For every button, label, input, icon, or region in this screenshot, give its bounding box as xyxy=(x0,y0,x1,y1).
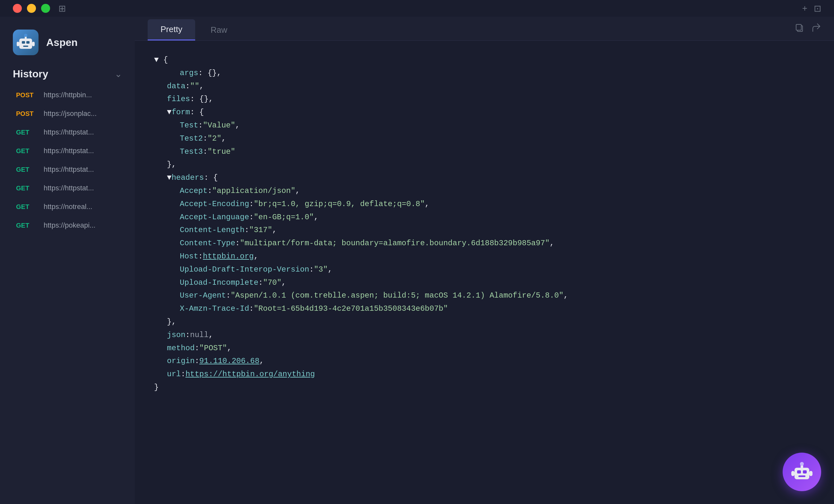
share-button[interactable] xyxy=(811,22,821,35)
svg-point-15 xyxy=(800,462,804,466)
history-list-item[interactable]: GET https://pokeapi... xyxy=(13,217,122,234)
json-line: Accept: "application/json", xyxy=(154,184,815,198)
json-line: Content-Type: "multipart/form-data; boun… xyxy=(154,237,815,250)
json-line: Upload-Incomplete: "70", xyxy=(154,277,815,289)
copy-button[interactable] xyxy=(794,22,805,35)
close-button[interactable] xyxy=(13,4,22,13)
history-list-item[interactable]: GET https://httpstat... xyxy=(13,161,122,178)
window-controls: ⊞ xyxy=(13,3,66,14)
method-badge: GET xyxy=(16,166,39,173)
tab-raw[interactable]: Raw xyxy=(198,19,240,40)
method-badge: GET xyxy=(16,222,39,229)
main-layout: Aspen History ⌄ POST https://httpbin... … xyxy=(0,0,834,504)
content-area: Pretty Raw ▼ {args: xyxy=(135,17,834,504)
json-line: Accept-Language: "en-GB;q=1.0", xyxy=(154,211,815,224)
maximize-button[interactable] xyxy=(41,4,50,13)
sidebar-header: Aspen xyxy=(0,23,135,62)
add-tab-button[interactable]: + xyxy=(802,3,807,14)
method-badge: GET xyxy=(16,203,39,211)
method-badge: POST xyxy=(16,91,39,99)
history-url: https://httpstat... xyxy=(44,147,94,155)
history-list-item[interactable]: GET https://httpstat... xyxy=(13,124,122,141)
svg-rect-12 xyxy=(803,470,807,474)
json-line: args: {}, xyxy=(154,67,815,80)
svg-rect-11 xyxy=(797,470,801,474)
history-list-item[interactable]: GET https://httpstat... xyxy=(13,179,122,197)
host-link[interactable]: httpbin.org xyxy=(203,250,254,263)
history-list-item[interactable]: POST https://httpbin... xyxy=(13,86,122,104)
assistant-button[interactable] xyxy=(783,453,821,491)
svg-rect-9 xyxy=(796,24,801,30)
history-url: https://httpstat... xyxy=(44,184,94,192)
method-badge: POST xyxy=(16,110,39,117)
minimize-button[interactable] xyxy=(27,4,36,13)
history-url: https://pokeapi... xyxy=(44,221,95,229)
svg-rect-2 xyxy=(26,41,29,44)
json-line: json: null, xyxy=(154,329,815,342)
history-list-item[interactable]: GET https://notreal... xyxy=(13,198,122,215)
json-line: data: "", xyxy=(154,80,815,93)
method-badge: GET xyxy=(16,184,39,192)
svg-rect-7 xyxy=(32,42,35,46)
json-line: Upload-Draft-Interop-Version: "3", xyxy=(154,263,815,277)
json-line: Content-Length: "317", xyxy=(154,224,815,237)
titlebar-right: + ⊡ xyxy=(802,3,821,14)
history-url: https://httpstat... xyxy=(44,165,94,174)
json-line: }, xyxy=(154,315,815,329)
json-line: Test2: "2", xyxy=(154,132,815,146)
origin-link[interactable]: 91.110.206.68 xyxy=(199,355,259,368)
method-badge: GET xyxy=(16,129,39,136)
app-icon xyxy=(13,29,39,55)
history-title-row: History ⌄ xyxy=(13,68,122,80)
svg-rect-17 xyxy=(809,471,812,476)
history-url: https://httpbin... xyxy=(44,91,92,99)
json-line: Test: "Value", xyxy=(154,119,815,132)
history-title: History xyxy=(13,68,48,80)
history-url: https://jsonplac... xyxy=(44,109,96,118)
history-list: POST https://httpbin... POST https://jso… xyxy=(13,86,122,234)
svg-point-5 xyxy=(24,34,27,37)
json-line: Accept-Encoding: "br;q=1.0, gzip;q=0.9, … xyxy=(154,198,815,211)
history-url: https://httpstat... xyxy=(44,128,94,136)
sidebar-toggle-icon[interactable]: ⊞ xyxy=(59,3,66,14)
json-line: ▼ form: { xyxy=(154,106,815,119)
url-link[interactable]: https://httpbin.org/anything xyxy=(185,368,315,381)
json-line: url: https://httpbin.org/anything xyxy=(154,368,815,381)
tabs-right xyxy=(794,22,821,35)
history-list-item[interactable]: GET https://httpstat... xyxy=(13,142,122,159)
json-line: ▼ headers: { xyxy=(154,171,815,184)
json-line: User-Agent: "Aspen/1.0.1 (com.treblle.as… xyxy=(154,289,815,302)
json-line: X-Amzn-Trace-Id: "Root=1-65b4d193-4c2e70… xyxy=(154,302,815,315)
svg-rect-6 xyxy=(17,42,19,46)
json-line: origin: 91.110.206.68, xyxy=(154,355,815,368)
history-url: https://notreal... xyxy=(44,202,92,211)
app-name: Aspen xyxy=(46,37,78,48)
method-badge: GET xyxy=(16,147,39,155)
svg-rect-16 xyxy=(791,471,794,476)
json-line: Host: httpbin.org, xyxy=(154,250,815,263)
json-line: } xyxy=(154,381,815,394)
svg-rect-10 xyxy=(794,468,809,479)
history-section: History ⌄ POST https://httpbin... POST h… xyxy=(0,62,135,237)
json-line: }, xyxy=(154,158,815,171)
titlebar: ⊞ + ⊡ xyxy=(0,0,834,17)
tabs-left: Pretty Raw xyxy=(148,17,240,40)
json-line: Test3: "true" xyxy=(154,146,815,159)
sidebar: Aspen History ⌄ POST https://httpbin... … xyxy=(0,17,135,504)
history-list-item[interactable]: POST https://jsonplac... xyxy=(13,105,122,122)
svg-rect-1 xyxy=(22,41,25,44)
json-line: ▼ { xyxy=(154,53,815,67)
expand-button[interactable]: ⊡ xyxy=(814,3,821,14)
tab-pretty[interactable]: Pretty xyxy=(148,19,195,40)
chevron-down-icon[interactable]: ⌄ xyxy=(115,69,122,79)
json-response-body: ▼ {args: {},data: "",files: {},▼ form: {… xyxy=(135,41,834,504)
svg-rect-13 xyxy=(798,476,806,477)
json-line: files: {}, xyxy=(154,93,815,106)
svg-rect-3 xyxy=(23,46,28,47)
tabs-bar: Pretty Raw xyxy=(135,17,834,41)
json-line: method: "POST", xyxy=(154,342,815,355)
svg-rect-0 xyxy=(19,39,32,49)
